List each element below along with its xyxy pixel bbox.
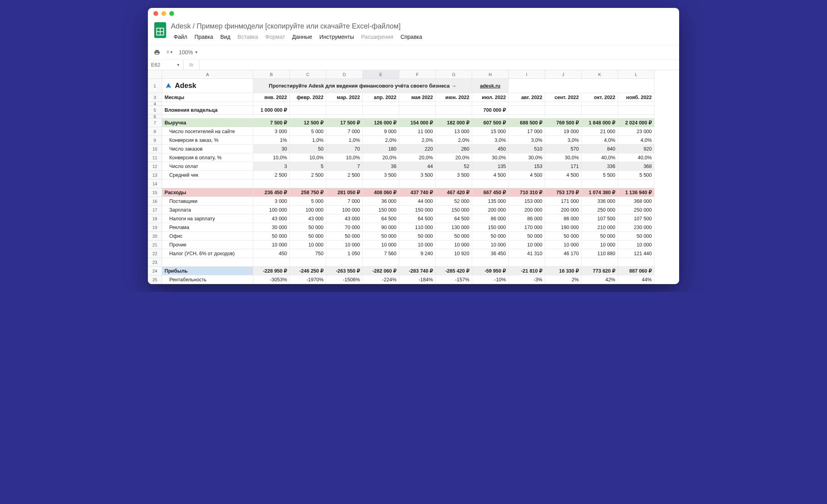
cell[interactable]: 7 [326, 162, 363, 171]
zoom-selector[interactable]: 100% ▼ [179, 49, 198, 55]
cell[interactable] [436, 102, 472, 106]
cell[interactable]: 180 [363, 145, 399, 153]
menu-help[interactable]: Справка [398, 32, 425, 42]
cell[interactable]: 107 500 [618, 214, 655, 223]
cell[interactable] [399, 115, 436, 118]
cell[interactable]: 64 500 [436, 214, 472, 223]
cell[interactable]: 4,0% [618, 136, 655, 145]
cell[interactable]: 1 136 940 ₽ [618, 188, 655, 197]
row-label[interactable]: Прочие [162, 241, 253, 249]
cell[interactable]: 7 000 [326, 197, 363, 206]
cell[interactable]: 4 500 [509, 171, 545, 179]
cell[interactable]: -1970% [290, 275, 326, 284]
column-header-A[interactable]: A [162, 70, 253, 79]
menu-insert[interactable]: Вставка [235, 32, 261, 42]
cell[interactable]: 44% [618, 275, 655, 284]
row-header[interactable]: 19 [148, 223, 162, 232]
cell[interactable]: 36 450 [472, 249, 509, 258]
cell[interactable]: 44 000 [399, 197, 436, 206]
promo-link[interactable]: adesk.ru [472, 79, 509, 93]
cell[interactable]: -283 740 ₽ [399, 267, 436, 275]
cell[interactable]: 1,0% [326, 136, 363, 145]
column-header-F[interactable]: F [399, 70, 436, 79]
column-header-H[interactable]: H [472, 70, 509, 79]
cell[interactable]: 10,0% [326, 153, 363, 162]
cell[interactable]: июн. 2022 [436, 93, 472, 102]
cell[interactable]: 50 000 [582, 232, 618, 241]
cell[interactable] [582, 106, 618, 115]
row-label[interactable]: Прибыль [162, 267, 253, 275]
cell[interactable]: 16 330 ₽ [545, 267, 582, 275]
minimize-icon[interactable] [161, 11, 166, 16]
cell[interactable]: 5 500 [582, 171, 618, 179]
cell[interactable] [618, 258, 655, 267]
cell[interactable] [290, 106, 326, 115]
cell[interactable]: -184% [399, 275, 436, 284]
row-label[interactable]: Выручка [162, 118, 253, 127]
cell[interactable]: 50 000 [509, 232, 545, 241]
row-label[interactable]: Офис [162, 232, 253, 241]
row-label[interactable]: Налог (УСН, 6% от доходов) [162, 249, 253, 258]
cell[interactable] [326, 102, 363, 106]
cell[interactable]: 43 000 [253, 214, 290, 223]
cell[interactable]: 36 [363, 162, 399, 171]
row-header[interactable]: 24 [148, 267, 162, 275]
row-label[interactable]: Вложения владельца [162, 106, 253, 115]
cell[interactable]: -246 250 ₽ [290, 267, 326, 275]
row-header[interactable]: 6 [148, 115, 162, 118]
cell[interactable]: 3 500 [436, 171, 472, 179]
cell[interactable]: 150 000 [399, 206, 436, 214]
row-header[interactable]: 13 [148, 171, 162, 179]
cell[interactable]: 10 920 [436, 249, 472, 258]
cell[interactable]: 50 [290, 145, 326, 153]
cell[interactable] [399, 258, 436, 267]
cell[interactable] [509, 179, 545, 188]
cell[interactable] [290, 102, 326, 106]
cell[interactable]: 2,0% [363, 136, 399, 145]
cell[interactable]: 2 500 [253, 171, 290, 179]
cell[interactable]: 753 170 ₽ [545, 188, 582, 197]
column-header-C[interactable]: C [290, 70, 326, 79]
cell[interactable]: -157% [436, 275, 472, 284]
cell[interactable]: 260 [436, 145, 472, 153]
cell[interactable] [436, 258, 472, 267]
zoom-icon[interactable] [169, 11, 174, 16]
cell[interactable]: 258 750 ₽ [290, 188, 326, 197]
column-header-L[interactable]: L [618, 70, 655, 79]
row-header[interactable]: 22 [148, 249, 162, 258]
row-label[interactable]: Конверсия в заказ, % [162, 136, 253, 145]
cell[interactable]: -282 060 ₽ [363, 267, 399, 275]
cell[interactable]: 20,0% [399, 153, 436, 162]
cell[interactable] [363, 115, 399, 118]
cell[interactable]: 10 000 [509, 241, 545, 249]
cell[interactable] [436, 179, 472, 188]
cell[interactable]: 153 [509, 162, 545, 171]
cell[interactable]: 10 000 [472, 241, 509, 249]
cell[interactable]: 450 [253, 249, 290, 258]
cell[interactable]: 30,0% [472, 153, 509, 162]
row-header[interactable]: 1 [148, 79, 162, 93]
cell[interactable] [253, 102, 290, 106]
cell[interactable]: 4 500 [545, 171, 582, 179]
cell[interactable]: 90 000 [363, 223, 399, 232]
row-header[interactable]: 25 [148, 275, 162, 284]
cell[interactable] [582, 179, 618, 188]
cell[interactable] [618, 179, 655, 188]
row-label[interactable]: Зарплата [162, 206, 253, 214]
row-header[interactable]: 3 [148, 93, 162, 102]
cell[interactable] [399, 102, 436, 106]
cell[interactable] [582, 115, 618, 118]
cell[interactable]: 3 500 [399, 171, 436, 179]
cell[interactable]: 2 500 [326, 171, 363, 179]
cell[interactable]: 920 [618, 145, 655, 153]
cell[interactable]: 3 000 [253, 197, 290, 206]
cell[interactable]: 3 000 [253, 127, 290, 136]
cell[interactable]: 7 560 [363, 249, 399, 258]
cell[interactable]: 10 000 [290, 241, 326, 249]
column-header-G[interactable]: G [436, 70, 472, 79]
cell[interactable]: 2,0% [436, 136, 472, 145]
cell[interactable]: 281 050 ₽ [326, 188, 363, 197]
cell[interactable]: 110 880 [582, 249, 618, 258]
cell[interactable]: 70 [326, 145, 363, 153]
cell[interactable]: 150 000 [472, 223, 509, 232]
